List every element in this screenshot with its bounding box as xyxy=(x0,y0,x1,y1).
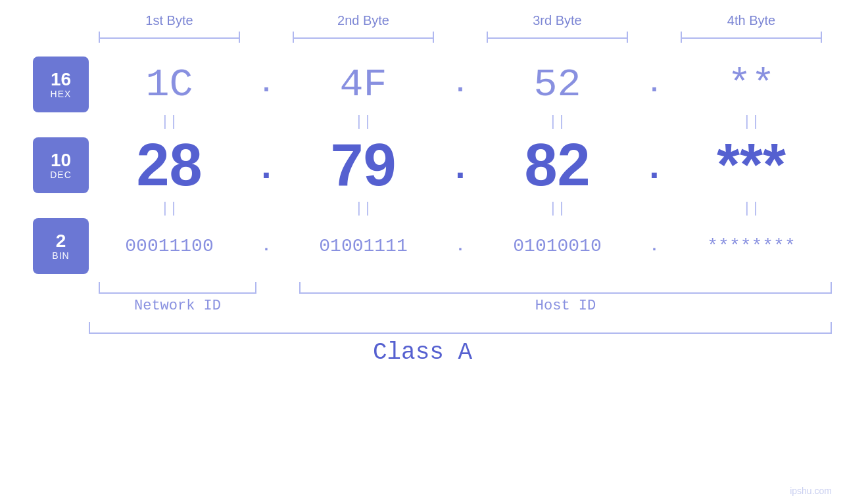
bin-byte1: 00011100 xyxy=(89,236,250,256)
bin-byte4: ******** xyxy=(671,236,832,256)
bin-base-num: 2 xyxy=(56,232,66,250)
dec-badge: 10 DEC xyxy=(33,137,89,193)
byte3-header: 3rd Byte xyxy=(477,13,638,28)
bin-base-label: BIN xyxy=(52,250,69,261)
network-id-label: Network ID xyxy=(89,298,266,314)
byte1-header: 1st Byte xyxy=(89,13,250,28)
hex-byte4: ** xyxy=(671,62,832,107)
hex-byte3: 52 xyxy=(477,62,638,107)
bin-byte2: 01001111 xyxy=(283,236,444,256)
dec-dot1: . xyxy=(250,145,283,187)
hex-badge: 16 HEX xyxy=(33,57,89,112)
bin-dot3: . xyxy=(638,237,671,255)
hex-row: 16 HEX 1C . 4F . 52 . ** xyxy=(0,57,845,112)
dec-dot2: . xyxy=(444,145,477,187)
bin-dot1: . xyxy=(250,237,283,255)
dec-byte2: 79 xyxy=(283,131,444,199)
eq2-b3: || xyxy=(477,200,638,217)
dec-base-label: DEC xyxy=(50,170,72,180)
bin-row: 2 BIN 00011100 . 01001111 . 01010010 . *… xyxy=(0,218,845,274)
eq1-b3: || xyxy=(477,114,638,130)
hex-base-label: HEX xyxy=(51,89,72,99)
byte2-header: 2nd Byte xyxy=(283,13,444,28)
bin-badge: 2 BIN xyxy=(33,218,89,274)
host-id-label: Host ID xyxy=(299,298,832,314)
hex-dot1: . xyxy=(250,70,283,99)
watermark: ipshu.com xyxy=(790,486,832,496)
bin-byte3: 01010010 xyxy=(477,236,638,256)
eq2-b1: || xyxy=(89,200,250,217)
eq2-b4: || xyxy=(671,200,832,217)
dec-dot3: . xyxy=(638,145,671,187)
dec-byte3: 82 xyxy=(477,131,638,199)
hex-byte2: 4F xyxy=(283,62,444,107)
hex-base-num: 16 xyxy=(51,70,71,89)
eq2-b2: || xyxy=(283,200,444,217)
dec-byte4: *** xyxy=(671,131,832,199)
eq1-b1: || xyxy=(89,114,250,130)
dec-row: 10 DEC 28 . 79 . 82 . *** xyxy=(0,131,845,199)
byte4-header: 4th Byte xyxy=(671,13,832,28)
class-label: Class A xyxy=(0,339,845,366)
bin-dot2: . xyxy=(444,237,477,255)
hex-dot2: . xyxy=(444,70,477,99)
hex-byte1: 1C xyxy=(89,62,250,107)
dec-byte1: 28 xyxy=(89,131,250,199)
dec-base-num: 10 xyxy=(51,151,71,170)
eq1-b4: || xyxy=(671,114,832,130)
eq1-b2: || xyxy=(283,114,444,130)
hex-dot3: . xyxy=(638,70,671,99)
